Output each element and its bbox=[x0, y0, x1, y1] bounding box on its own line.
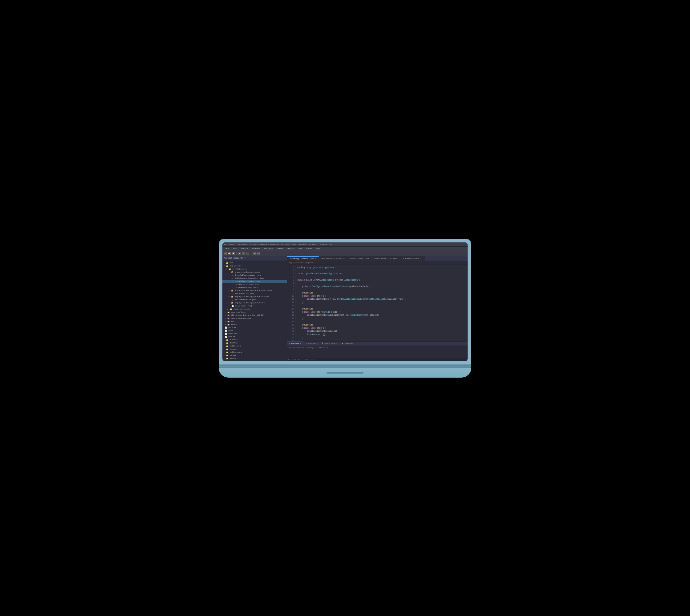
tree-src-test[interactable]: ▶ 📁 src/test/java bbox=[222, 311, 287, 314]
menu-run[interactable]: Run bbox=[298, 247, 302, 250]
toolbar-new[interactable]: ◻ bbox=[224, 252, 227, 255]
bottom-tab-console[interactable]: ▶ Console × bbox=[287, 342, 303, 346]
arrow-desktop: ▶ bbox=[224, 342, 226, 344]
tab-stage-ready[interactable]: StageReadyEvent... bbox=[400, 256, 425, 261]
tab-stage-init[interactable]: StageInitializer.java bbox=[371, 256, 400, 261]
toolbar: ◻ 📂 💾 ▶ 🐛 ⬛ ◀ ▶ bbox=[222, 251, 468, 256]
toolbar-save[interactable]: 💾 bbox=[232, 252, 235, 255]
label-src: src bbox=[231, 320, 234, 323]
main-content: Project Explorer × ⋮ ▶ 📁 api ▼ � bbox=[222, 256, 468, 361]
sidebar-controls[interactable]: ⋮ bbox=[283, 257, 285, 260]
tree-builder[interactable]: ▶ 📁 Builder bbox=[222, 338, 287, 342]
console-close[interactable]: × bbox=[300, 343, 301, 345]
tree-pkg-main[interactable]: ▼ 📦 org.njaka.dev.appjoueur bbox=[222, 271, 287, 274]
tree-pkg-controller[interactable]: ▼ 📦 org.njaka.dev.appjoueur.controller bbox=[222, 289, 287, 292]
label-src-test: src/test/java bbox=[231, 311, 245, 313]
bottom-tab-coverage[interactable]: ◉ Coverage bbox=[340, 342, 355, 346]
tree-app-joueur[interactable]: ▼ 📁 app-joueur bbox=[222, 265, 287, 268]
tree-mvnw[interactable]: 📄 mvnw bbox=[222, 329, 287, 332]
tree-fxml-ctrl[interactable]: ☕ FXMLExampleController.java bbox=[222, 277, 287, 280]
code-editor[interactable]: 12345 678910 1112131415 1617181920 21222… bbox=[287, 265, 468, 341]
tab-javafx-close[interactable]: × bbox=[315, 258, 316, 260]
bottom-tabs[interactable]: ▶ Console × ⚠ Problems 🐛 bbox=[287, 342, 468, 346]
tree-src-main[interactable]: ▼ 📁 src/main/java bbox=[222, 268, 287, 271]
label-builder: Builder bbox=[230, 339, 237, 341]
tree-main-resources[interactable]: ▶ 📁 /main/resources bbox=[222, 308, 287, 311]
toolbar-open[interactable]: 📂 bbox=[228, 252, 231, 255]
tree-stage-init[interactable]: ☕ StageInitializer.java bbox=[222, 283, 287, 286]
tree-jre[interactable]: ▶ 📚 JRE System Library [JavaSE-17] bbox=[222, 314, 287, 317]
tree-desktop[interactable]: ▶ 📁 desktop bbox=[222, 342, 287, 345]
icon-fxml: 📄 bbox=[232, 305, 235, 307]
tree-src[interactable]: ▶ 📁 src bbox=[222, 320, 287, 323]
tree-manager[interactable]: ▶ 📁 manager bbox=[222, 348, 287, 351]
tab-weather-svc[interactable]: WeatherService.java × bbox=[319, 256, 347, 261]
icon-pkg-main: 📦 bbox=[231, 271, 234, 273]
tree-javafx-app[interactable]: ☕ JavafxApplication.java bbox=[222, 280, 287, 283]
arrow-src: ▶ bbox=[225, 320, 227, 323]
menu-project[interactable]: Project bbox=[286, 247, 296, 250]
tree-maven-deps[interactable]: ▶ 📚 Maven Dependencies bbox=[222, 317, 287, 320]
tree-second[interactable]: ▶ 📁 SecondProject bbox=[222, 360, 287, 361]
bottom-tab-problems[interactable]: ⚠ Problems bbox=[303, 342, 319, 346]
arrow-builder: ▶ bbox=[224, 339, 226, 341]
bottom-tab-debug[interactable]: 🐛 Debug Shell bbox=[319, 342, 340, 346]
icon-sample: 📁 bbox=[226, 357, 229, 360]
menu-edit[interactable]: Edit bbox=[232, 247, 238, 250]
menu-bar[interactable]: File Edit Source Refactor Navigate Searc… bbox=[222, 247, 468, 251]
tab-weather-close[interactable]: × bbox=[343, 258, 345, 260]
tree-my-ctrl[interactable]: ☕ MyController.java bbox=[222, 292, 287, 295]
label-my-app: my-app bbox=[230, 354, 237, 356]
menu-help[interactable]: Help bbox=[315, 247, 321, 250]
tree-target[interactable]: ▶ 📁 target bbox=[222, 323, 287, 326]
code-content[interactable]: package org.njaka.dev.appjoueur; import … bbox=[296, 265, 468, 341]
debug-label: Debug Shell bbox=[325, 343, 337, 345]
screen-bezel: workspace - app-joueur/src/main/java/org… bbox=[222, 242, 468, 361]
menu-source[interactable]: Source bbox=[241, 247, 249, 250]
icon-maven: 📚 bbox=[227, 317, 231, 320]
tree-mvnw-cmd[interactable]: 📄 mvnw.cmd bbox=[222, 332, 287, 335]
tree-stage-ready[interactable]: ☕ StageReadyEvent.java bbox=[222, 286, 287, 289]
tree-pkg-service[interactable]: ▼ 📦 org.njaka.dev.appjoueur.service bbox=[222, 295, 287, 299]
toolbar-run[interactable]: ▶ bbox=[238, 252, 241, 255]
tree-my-app[interactable]: ▶ 📁 my-app bbox=[222, 354, 287, 357]
icon-stage-init: ☕ bbox=[232, 283, 235, 286]
arrow-pkg-main: ▼ bbox=[229, 271, 231, 273]
menu-window[interactable]: Window bbox=[305, 247, 313, 250]
tree-help[interactable]: 📄 HELP.md bbox=[222, 326, 287, 329]
tab-bar[interactable]: JavafxApplication.java × WeatherService.… bbox=[287, 256, 468, 261]
sidebar-tree[interactable]: ▶ 📁 api ▼ 📁 app-joueur ▼ bbox=[222, 261, 287, 361]
tree-pom[interactable]: 📄 pom.xml bbox=[222, 335, 287, 338]
toolbar-debug[interactable]: 🐛 bbox=[242, 252, 245, 255]
menu-search[interactable]: Search bbox=[276, 247, 284, 250]
icon-manager: 📁 bbox=[226, 348, 229, 351]
tree-hello-word[interactable]: ▶ 📁 hello-word bbox=[222, 345, 287, 348]
label-mvnw: mvnw bbox=[229, 330, 233, 332]
tree-api[interactable]: ▶ 📁 api bbox=[222, 262, 287, 265]
label-src-main: src/main/java bbox=[232, 268, 247, 270]
label-fxml: main-scene.fxml bbox=[235, 305, 252, 307]
tree-pkg-vue[interactable]: ▶ 📦 org.njaka.dev.appjoueur.vue bbox=[222, 302, 287, 305]
icon-postful: ☕ bbox=[232, 274, 235, 277]
menu-navigate[interactable]: Navigate bbox=[263, 247, 274, 250]
toolbar-stop[interactable]: ⬛ bbox=[246, 252, 249, 255]
arrow-multicouche: ▶ bbox=[224, 351, 226, 353]
menu-file[interactable]: File bbox=[224, 247, 230, 250]
toolbar-back[interactable]: ◀ bbox=[253, 252, 256, 255]
arrow-main-res: ▶ bbox=[227, 308, 230, 310]
tree-weather-svc[interactable]: ☕ WeatherService.java bbox=[222, 299, 287, 302]
arrow-pkg-ctrl: ▼ bbox=[229, 290, 231, 292]
debug-icon: 🐛 bbox=[322, 342, 324, 345]
tree-multicouche[interactable]: ▶ 📁 multicouche bbox=[222, 351, 287, 354]
tab-javafx-app[interactable]: JavafxApplication.java × bbox=[287, 256, 319, 261]
tree-fxml[interactable]: 📄 main-scene.fxml bbox=[222, 305, 287, 308]
tab-my-ctrl[interactable]: MyController.java bbox=[347, 256, 371, 261]
tab-stage-ready-label: StageReadyEvent... bbox=[403, 258, 423, 260]
arrow-hello: ▶ bbox=[224, 345, 226, 347]
coverage-icon: ◉ bbox=[342, 342, 343, 345]
tree-sample[interactable]: ▶ 📁 sample bbox=[222, 357, 287, 360]
label-postful: PostfulApplication.java bbox=[235, 274, 261, 276]
menu-refactor[interactable]: Refactor bbox=[251, 247, 261, 250]
toolbar-forward[interactable]: ▶ bbox=[257, 252, 260, 255]
tree-postful[interactable]: ☕ PostfulApplication.java bbox=[222, 274, 287, 277]
